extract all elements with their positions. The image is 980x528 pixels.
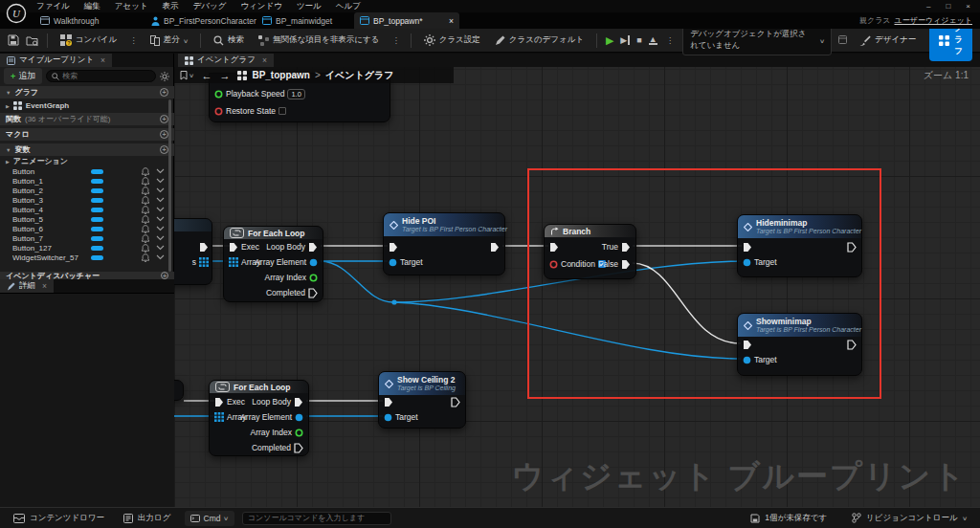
bell-icon[interactable] — [142, 253, 149, 262]
bookmark-icon[interactable]: ∨ — [180, 71, 193, 80]
forward-button[interactable]: → — [219, 70, 230, 81]
bell-icon[interactable] — [142, 196, 149, 205]
menu-tools[interactable]: ツール — [297, 1, 322, 12]
variable-row[interactable]: Button — [0, 166, 170, 176]
close-tab-icon[interactable]: × — [262, 55, 267, 65]
bell-icon[interactable] — [142, 244, 149, 253]
variable-row[interactable]: Button_127 — [0, 243, 170, 253]
variable-row[interactable]: Button_1 — [0, 176, 170, 186]
debug-object-dropdown[interactable]: デバッグオブジェクトが選択されていません∨ — [682, 25, 832, 55]
diff-button[interactable]: 差分∨ — [146, 32, 191, 49]
array-index-pin[interactable] — [309, 274, 318, 282]
section-event-dispatchers[interactable]: イベントディスパッチャー + — [0, 272, 174, 279]
menu-view[interactable]: 表示 — [163, 1, 179, 12]
content-drawer-button[interactable]: コンテンツドロワー — [8, 510, 110, 527]
cmd-dropdown[interactable]: Cmd ∨ — [185, 511, 234, 526]
variable-row[interactable]: Button_4 — [0, 205, 170, 214]
add-dispatcher-icon[interactable]: + — [161, 272, 168, 279]
array-out-pin[interactable] — [199, 257, 209, 267]
menu-debug[interactable]: デバッグ — [193, 1, 227, 12]
menu-edit[interactable]: 編集 — [84, 1, 100, 12]
class-settings-button[interactable]: クラス設定 — [420, 32, 484, 49]
console-input[interactable] — [248, 514, 386, 522]
section-graphs[interactable]: ▼ グラフ + — [0, 86, 174, 99]
node-show-ceiling-2[interactable]: Show Ceiling 2Target is BP Ceiling Targe… — [378, 371, 466, 429]
menu-help[interactable]: ヘルプ — [336, 1, 361, 12]
array-in-pin[interactable] — [229, 257, 238, 267]
playback-speed-value[interactable]: 1.0 — [287, 89, 304, 99]
bell-icon[interactable] — [142, 187, 149, 195]
visibility-chevron-icon[interactable] — [156, 245, 165, 251]
target-pin[interactable] — [389, 258, 397, 267]
visibility-chevron-icon[interactable] — [156, 254, 165, 260]
float-pin[interactable] — [214, 90, 223, 99]
save-icon[interactable] — [8, 34, 19, 46]
exec-in-pin[interactable] — [384, 397, 393, 407]
menu-file[interactable]: ファイル — [36, 1, 70, 12]
visibility-chevron-icon[interactable] — [156, 178, 165, 184]
section-macros[interactable]: マクロ + — [0, 128, 174, 141]
play-options-icon[interactable]: ⋮ — [664, 35, 677, 45]
eject-button[interactable]: ▲ — [649, 35, 657, 45]
exec-out-pin[interactable] — [490, 242, 500, 253]
section-functions[interactable]: 関数(36 オーバーライド可能) + — [0, 113, 174, 125]
exec-in-pin[interactable] — [389, 242, 398, 253]
stop-button[interactable]: ■ — [636, 35, 641, 45]
breadcrumb-current[interactable]: イベントグラフ — [325, 69, 394, 82]
completed-pin[interactable] — [308, 288, 318, 298]
variable-row[interactable]: Button_5 — [0, 214, 170, 224]
tab-walkthrough[interactable]: Walkthrough — [34, 12, 104, 29]
browse-asset-icon[interactable] — [26, 35, 38, 46]
variable-row[interactable]: Button_2 — [0, 186, 170, 195]
target-pin[interactable] — [384, 413, 392, 422]
visibility-chevron-icon[interactable] — [156, 197, 165, 203]
variable-row[interactable]: Button_7 — [0, 233, 170, 243]
minimize-button[interactable]: – — [926, 2, 930, 11]
array-index-pin[interactable] — [295, 429, 303, 437]
reroute-node[interactable] — [391, 299, 396, 304]
bell-icon[interactable] — [142, 177, 149, 186]
node-cut-off-bottom-left[interactable] — [174, 380, 184, 401]
compile-button[interactable]: ? コンパイル — [56, 32, 122, 49]
scrollbar[interactable] — [168, 99, 171, 272]
close-tab-icon[interactable]: × — [42, 281, 47, 291]
add-macro-icon[interactable]: + — [160, 130, 168, 139]
close-tab-icon[interactable]: × — [449, 16, 454, 26]
loop-body-pin[interactable] — [294, 397, 303, 407]
designer-button[interactable]: デザイナー — [856, 32, 920, 49]
bell-icon[interactable] — [142, 167, 149, 176]
debug-filter-icon[interactable] — [838, 35, 849, 45]
add-button[interactable]: +追加 — [4, 68, 42, 84]
close-button[interactable]: × — [966, 2, 970, 11]
node-cut-off-left[interactable]: s — [174, 218, 212, 285]
node-hide-poi[interactable]: Hide POITarget is BP First Person Charac… — [383, 212, 505, 275]
node-for-each-loop-2[interactable]: For Each Loop Exec Array Loop Body Array… — [209, 380, 309, 456]
hide-unrelated-options-icon[interactable]: ⋮ — [390, 35, 402, 45]
output-log-button[interactable]: 出力ログ — [118, 510, 176, 527]
add-graph-icon[interactable]: + — [160, 88, 168, 97]
bell-icon[interactable] — [142, 234, 149, 243]
class-defaults-button[interactable]: クラスのデフォルト — [491, 32, 588, 49]
tab-bp-firstpersoncharacter[interactable]: BP_FirstPersonCharacter — [145, 12, 262, 29]
event-graph-canvas[interactable]: ウィジェット ブループリント Playback Speed 1.0 — [174, 54, 980, 507]
exec-in-pin[interactable] — [214, 397, 224, 407]
exec-in-pin[interactable] — [229, 242, 238, 253]
section-variables[interactable]: ▼ 変数 + — [0, 143, 174, 156]
revision-control-button[interactable]: リビジョンコントロール ∨ — [846, 510, 972, 527]
array-in-pin[interactable] — [214, 412, 224, 422]
bell-icon[interactable] — [142, 206, 149, 214]
animation-category[interactable]: ▶ アニメーション — [0, 156, 170, 166]
exec-out-pin[interactable] — [451, 397, 460, 407]
tab-details[interactable]: 詳細 × — [0, 279, 54, 293]
loop-body-pin[interactable] — [308, 242, 318, 253]
search-input[interactable] — [62, 72, 139, 80]
bell-icon[interactable] — [142, 215, 149, 224]
tab-event-graph[interactable]: イベントグラフ × — [178, 54, 274, 67]
settings-gear-icon[interactable] — [160, 72, 169, 81]
hide-unrelated-button[interactable]: 無関係な項目を非表示にする — [255, 32, 384, 49]
bool-pin[interactable] — [214, 107, 223, 116]
search-box[interactable] — [46, 70, 156, 82]
visibility-chevron-icon[interactable] — [156, 226, 165, 231]
tab-my-blueprint[interactable]: マイブループリント × — [0, 54, 112, 67]
variable-row[interactable]: WidgetSwitcher_57 — [0, 253, 170, 262]
